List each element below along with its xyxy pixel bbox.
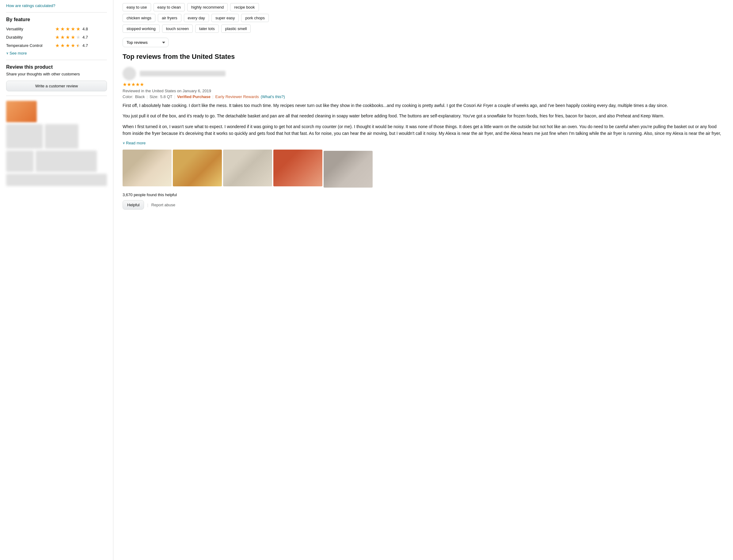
star-2: ★: [60, 34, 65, 40]
review-star-2: ★: [127, 82, 131, 87]
helpful-button[interactable]: Helpful: [123, 200, 144, 210]
sidebar: How are ratings calculated? By feature V…: [0, 0, 113, 560]
tag-recipe-book[interactable]: recipe book: [230, 3, 259, 11]
feature-score-versatility: 4.8: [82, 27, 88, 31]
sidebar-img-1[interactable]: [6, 124, 43, 149]
divider-3: [6, 96, 107, 96]
star-1: ★: [55, 26, 59, 32]
ratings-calculated-link[interactable]: How are ratings calculated?: [6, 3, 55, 8]
feature-score-durability: 4.7: [82, 35, 88, 40]
early-reviewer-badge: Early Reviewer Rewards: [215, 94, 259, 99]
sidebar-img-5[interactable]: [6, 174, 107, 186]
helpful-row: Helpful | Report abuse: [123, 200, 724, 210]
review-para-1: First off, I absolutely hate cooking. I …: [123, 102, 724, 109]
sidebar-img-3[interactable]: [6, 150, 34, 172]
review-star-1: ★: [123, 82, 127, 87]
sidebar-img-2[interactable]: [45, 124, 78, 149]
review-date: Reviewed in the United States on January…: [123, 89, 724, 93]
feature-row-versatility: Versatility ★ ★ ★ ★ ★ 4.8: [6, 26, 107, 32]
tag-super-easy[interactable]: super easy: [212, 14, 239, 22]
star-1: ★: [55, 34, 59, 40]
review-para-2: You just pull it out of the box, and it'…: [123, 112, 724, 119]
read-more-link[interactable]: ∨ Read more: [123, 141, 724, 145]
by-feature-title: By feature: [6, 17, 107, 22]
read-more-label: Read more: [126, 141, 146, 145]
tag-row-1: easy to use easy to clean highly recomme…: [123, 3, 724, 11]
review-star-3: ★: [131, 82, 136, 87]
sidebar-img-row-3: [6, 150, 107, 172]
review-img-1[interactable]: [123, 150, 172, 186]
tag-tater-tots[interactable]: tater tots: [195, 25, 219, 33]
write-review-button[interactable]: Write a customer review: [6, 81, 107, 91]
tag-air-fryers[interactable]: air fryers: [158, 14, 181, 22]
main-content: easy to use easy to clean highly recomme…: [113, 0, 733, 560]
star-5-half: ★★: [76, 43, 80, 48]
pipe-separator: |: [147, 203, 148, 207]
review-product-title: Review this product: [6, 64, 107, 70]
sidebar-img-4[interactable]: [36, 150, 97, 172]
review-images: [123, 150, 724, 188]
sidebar-images: [6, 101, 107, 186]
tag-chicken-wings[interactable]: chicken wings: [123, 14, 155, 22]
whats-this-link[interactable]: (What's this?): [261, 94, 285, 99]
section-heading: Top reviews from the United States: [123, 53, 724, 61]
divider-1: [6, 12, 107, 13]
feature-row-durability: Durability ★ ★ ★ ★ ★ 4.7: [6, 34, 107, 40]
review-stars: ★ ★ ★ ★ ★: [123, 82, 724, 87]
sidebar-img-row-4: [6, 174, 107, 186]
tag-easy-to-clean[interactable]: easy to clean: [154, 3, 185, 11]
sidebar-img-row-1: [6, 101, 107, 122]
meta-sep-3: |: [212, 94, 213, 99]
divider-2: [6, 60, 107, 60]
star-3: ★: [66, 34, 70, 40]
tag-pork-chops[interactable]: pork chops: [241, 14, 269, 22]
meta-sep-1: |: [147, 94, 147, 99]
size-label: Size:: [150, 94, 159, 99]
star-3: ★: [66, 26, 70, 32]
size-value: 5.8 QT: [160, 94, 173, 99]
star-5-empty: ★: [76, 34, 80, 40]
feature-name-temp: Temperature Control: [6, 43, 55, 48]
sort-select[interactable]: Top reviews Most recent Top critical: [123, 38, 169, 47]
tag-touch-screen[interactable]: touch screen: [162, 25, 193, 33]
feature-score-temp: 4.7: [82, 43, 88, 48]
review-img-5[interactable]: [324, 151, 372, 188]
reviewer-name-bar: [140, 71, 226, 76]
stars-temp: ★ ★ ★ ★ ★★ 4.7: [55, 43, 88, 48]
report-abuse-link[interactable]: Report abuse: [151, 203, 175, 207]
sidebar-img-orange[interactable]: [6, 101, 37, 122]
tag-row-2: chicken wings air fryers every day super…: [123, 14, 724, 22]
feature-name-versatility: Versatility: [6, 27, 55, 31]
see-more-label: See more: [10, 51, 27, 55]
tag-row-3: stopped working touch screen tater tots …: [123, 25, 724, 33]
feature-row-temp: Temperature Control ★ ★ ★ ★ ★★ 4.7: [6, 43, 107, 48]
star-1: ★: [55, 43, 59, 48]
tag-every-day[interactable]: every day: [184, 14, 209, 22]
reviewer-header: [123, 67, 724, 80]
tag-highly-recommend[interactable]: highly recommend: [187, 3, 228, 11]
review-img-3[interactable]: [223, 150, 272, 186]
star-3: ★: [66, 43, 70, 48]
review-img-2[interactable]: [173, 150, 222, 186]
color-value: Black: [135, 94, 145, 99]
sort-row: Top reviews Most recent Top critical: [123, 38, 724, 47]
stars-durability: ★ ★ ★ ★ ★ 4.7: [55, 34, 88, 40]
review-img-4[interactable]: [273, 150, 323, 186]
see-more-link[interactable]: ∨ See more: [6, 51, 107, 55]
tag-plastic-smell[interactable]: plastic smell: [221, 25, 251, 33]
review-para-3: When I first turned it on, I wasn't sure…: [123, 123, 724, 137]
review-star-5: ★: [140, 82, 144, 87]
star-4: ★: [71, 34, 75, 40]
star-2: ★: [60, 43, 65, 48]
star-5: ★: [76, 26, 80, 32]
tags-section: easy to use easy to clean highly recomme…: [123, 3, 724, 33]
meta-sep-2: |: [174, 94, 175, 99]
review-body: First off, I absolutely hate cooking. I …: [123, 102, 724, 137]
review-card: ★ ★ ★ ★ ★ Reviewed in the United States …: [123, 67, 724, 210]
tag-easy-to-use[interactable]: easy to use: [123, 3, 151, 11]
tag-stopped-working[interactable]: stopped working: [123, 25, 160, 33]
chevron-down-icon: ∨: [123, 141, 125, 145]
star-4: ★: [71, 26, 75, 32]
review-product-sub: Share your thoughts with other customers: [6, 72, 107, 76]
review-star-4: ★: [136, 82, 140, 87]
